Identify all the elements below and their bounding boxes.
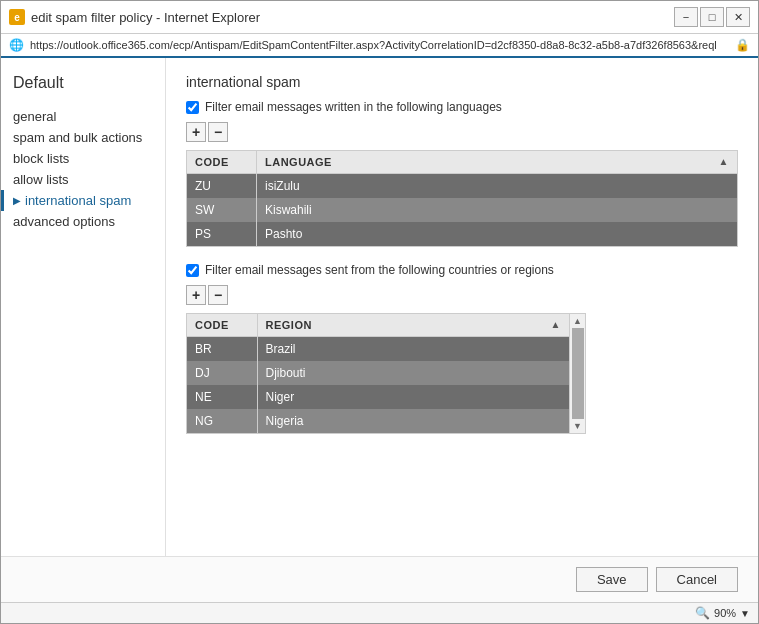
maximize-button[interactable]: □ — [700, 7, 724, 27]
app-icon: e — [9, 9, 25, 25]
sidebar-label-general: general — [13, 109, 56, 124]
region-remove-button[interactable]: − — [208, 285, 228, 305]
address-bar: 🌐 https://outlook.office365.com/ecp/Anti… — [1, 34, 758, 58]
region-code-ne: NE — [187, 385, 257, 409]
region-add-button[interactable]: + — [186, 285, 206, 305]
language-sort-arrow-icon: ▲ — [719, 156, 729, 167]
content-area: Default general spam and bulk actions bl… — [1, 58, 758, 556]
table-row[interactable]: SW Kiswahili — [187, 198, 738, 222]
language-add-remove-bar: + − — [186, 122, 738, 142]
sidebar-item-advanced-options[interactable]: advanced options — [13, 211, 153, 232]
lang-code-zu: ZU — [187, 174, 257, 199]
sidebar-label-allow-lists: allow lists — [13, 172, 69, 187]
main-panel: international spam Filter email messages… — [166, 58, 758, 556]
region-section: Filter email messages sent from the foll… — [186, 263, 738, 434]
language-table-wrapper: CODE LANGUAGE ▲ ZU isiZul — [186, 150, 738, 247]
table-row[interactable]: PS Pashto — [187, 222, 738, 247]
scroll-down-arrow[interactable]: ▼ — [573, 421, 582, 433]
language-remove-button[interactable]: − — [208, 122, 228, 142]
minimize-button[interactable]: − — [674, 7, 698, 27]
window-title: edit spam filter policy - Internet Explo… — [31, 10, 668, 25]
region-name-niger: Niger — [257, 385, 569, 409]
active-arrow-icon: ▶ — [13, 195, 21, 206]
region-name-nigeria: Nigeria — [257, 409, 569, 433]
sidebar-label-advanced-options: advanced options — [13, 214, 115, 229]
region-sort-arrow-icon: ▲ — [551, 319, 561, 330]
lang-code-sw: SW — [187, 198, 257, 222]
sidebar-page-title: Default — [13, 74, 153, 92]
language-checkbox-label: Filter email messages written in the fol… — [205, 100, 502, 114]
language-checkbox[interactable] — [186, 101, 199, 114]
table-row[interactable]: ZU isiZulu — [187, 174, 738, 199]
region-checkbox-row: Filter email messages sent from the foll… — [186, 263, 738, 277]
sidebar-item-allow-lists[interactable]: allow lists — [13, 169, 153, 190]
cancel-button[interactable]: Cancel — [656, 567, 738, 592]
region-col-region[interactable]: REGION ▲ — [257, 314, 569, 337]
window-controls: − □ ✕ — [674, 7, 750, 27]
sidebar-item-block-lists[interactable]: block lists — [13, 148, 153, 169]
table-row[interactable]: NE Niger — [187, 385, 569, 409]
region-code-dj: DJ — [187, 361, 257, 385]
region-table-wrapper: CODE REGION ▲ — [186, 313, 586, 434]
language-section: Filter email messages written in the fol… — [186, 100, 738, 247]
region-table: CODE REGION ▲ — [187, 314, 569, 433]
region-col-code[interactable]: CODE — [187, 314, 257, 337]
zoom-level: 90% — [714, 607, 736, 619]
language-col-language[interactable]: LANGUAGE ▲ — [257, 151, 738, 174]
sidebar-item-general[interactable]: general — [13, 106, 153, 127]
sidebar-label-block-lists: block lists — [13, 151, 69, 166]
section-title: international spam — [186, 74, 738, 90]
table-row[interactable]: DJ Djibouti — [187, 361, 569, 385]
lang-name-kiswahili: Kiswahili — [257, 198, 738, 222]
scrollbar[interactable]: ▲ ▼ — [570, 313, 586, 434]
bottom-bar: Save Cancel — [1, 556, 758, 602]
region-checkbox[interactable] — [186, 264, 199, 277]
region-code-br: BR — [187, 337, 257, 362]
url-display[interactable]: https://outlook.office365.com/ecp/Antisp… — [30, 39, 729, 51]
language-table: CODE LANGUAGE ▲ ZU isiZul — [186, 150, 738, 247]
main-window: e edit spam filter policy - Internet Exp… — [0, 0, 759, 624]
status-bar-left: 🔍 90% ▼ — [9, 606, 750, 620]
sidebar-label-international-spam: international spam — [25, 193, 131, 208]
scroll-up-arrow[interactable]: ▲ — [573, 314, 582, 326]
sidebar-item-spam-bulk[interactable]: spam and bulk actions — [13, 127, 153, 148]
scroll-thumb[interactable] — [572, 328, 584, 419]
ssl-lock-icon: 🔒 — [735, 38, 750, 52]
browser-icon: 🌐 — [9, 38, 24, 52]
table-row[interactable]: NG Nigeria — [187, 409, 569, 433]
sidebar-label-spam-bulk: spam and bulk actions — [13, 130, 142, 145]
sidebar-item-international-spam[interactable]: ▶ international spam — [13, 190, 153, 211]
zoom-dropdown-icon[interactable]: ▼ — [740, 608, 750, 619]
lang-code-ps: PS — [187, 222, 257, 247]
status-bar: 🔍 90% ▼ — [1, 602, 758, 623]
region-name-djibouti: Djibouti — [257, 361, 569, 385]
region-checkbox-label: Filter email messages sent from the foll… — [205, 263, 554, 277]
sidebar: Default general spam and bulk actions bl… — [1, 58, 166, 556]
title-bar: e edit spam filter policy - Internet Exp… — [1, 1, 758, 34]
language-col-code[interactable]: CODE — [187, 151, 257, 174]
lang-name-pashto: Pashto — [257, 222, 738, 247]
language-checkbox-row: Filter email messages written in the fol… — [186, 100, 738, 114]
zoom-icon: 🔍 — [695, 606, 710, 620]
region-name-brazil: Brazil — [257, 337, 569, 362]
table-row[interactable]: BR Brazil — [187, 337, 569, 362]
save-button[interactable]: Save — [576, 567, 648, 592]
close-button[interactable]: ✕ — [726, 7, 750, 27]
lang-name-isizulu: isiZulu — [257, 174, 738, 199]
language-add-button[interactable]: + — [186, 122, 206, 142]
region-add-remove-bar: + − — [186, 285, 738, 305]
region-code-ng: NG — [187, 409, 257, 433]
